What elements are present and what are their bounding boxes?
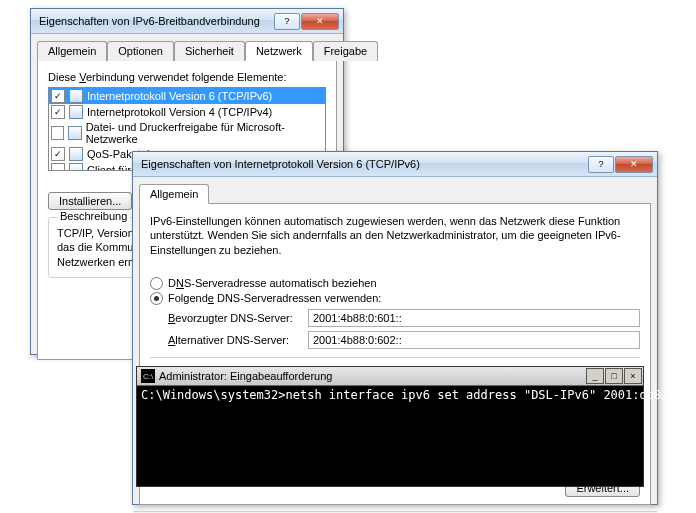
tabstrip: Allgemein Optionen Sicherheit Netzwerk F…: [31, 34, 343, 60]
minimize-button[interactable]: _: [586, 368, 604, 384]
tab-netzwerk[interactable]: Netzwerk: [245, 41, 313, 61]
cmd-body[interactable]: C:\Windows\system32>netsh interface ipv6…: [137, 386, 643, 486]
window-controls: ? ✕: [588, 156, 653, 173]
dns2-row: Alternativer DNS-Server: 2001:4b88:0:602…: [168, 331, 640, 349]
titlebar[interactable]: Eigenschaften von IPv6-Breitbandverbindu…: [31, 9, 343, 34]
checkbox[interactable]: [51, 126, 64, 140]
help-button[interactable]: ?: [588, 156, 614, 173]
service-icon: [68, 126, 81, 140]
client-icon: [69, 163, 83, 171]
radio-dns-manual[interactable]: [150, 292, 163, 305]
protocol-icon: [69, 105, 83, 119]
radio-dns-manual-row[interactable]: Folgende DNS-Serveradressen verwenden:: [150, 292, 640, 305]
help-button[interactable]: ?: [274, 13, 300, 30]
maximize-button[interactable]: □: [605, 368, 623, 384]
close-button[interactable]: ×: [624, 368, 642, 384]
radio-dns-auto-row[interactable]: DNS-Serveradresse automatisch beziehen: [150, 277, 640, 290]
connection-uses-label: Diese Verbindung verwendet folgende Elem…: [48, 71, 326, 83]
intro-text: IPv6-Einstellungen können automatisch zu…: [150, 214, 640, 257]
list-item-label: Internetprotokoll Version 6 (TCP/IPv6): [87, 90, 272, 102]
tab-optionen[interactable]: Optionen: [107, 41, 174, 61]
cmd-title-text: Administrator: Eingabeaufforderung: [159, 370, 332, 382]
window-controls: ? ✕: [274, 13, 339, 30]
checkbox[interactable]: ✓: [51, 147, 65, 161]
protocol-icon: [69, 89, 83, 103]
cmd-icon: C:\: [141, 369, 155, 383]
checkbox[interactable]: ✓: [51, 105, 65, 119]
tab-sicherheit[interactable]: Sicherheit: [174, 41, 245, 61]
list-item[interactable]: ✓ Internetprotokoll Version 4 (TCP/IPv4): [49, 104, 325, 120]
radio-dns-auto[interactable]: [150, 277, 163, 290]
tabstrip: Allgemein: [133, 177, 657, 203]
dns2-input[interactable]: 2001:4b88:0:602::: [308, 331, 640, 349]
dns1-row: Bevorzugter DNS-Server: 2001:4b88:0:601:…: [168, 309, 640, 327]
checkbox[interactable]: [51, 163, 65, 171]
radio-dns-auto-label: DNS-Serveradresse automatisch beziehen: [168, 277, 377, 289]
description-legend: Beschreibung: [57, 210, 130, 222]
cmd-titlebar[interactable]: C:\ Administrator: Eingabeaufforderung _…: [137, 367, 643, 386]
list-item[interactable]: ✓ Internetprotokoll Version 6 (TCP/IPv6): [49, 88, 325, 104]
tab-allgemein[interactable]: Allgemein: [139, 184, 209, 204]
dns2-label: Alternativer DNS-Server:: [168, 334, 308, 346]
close-button[interactable]: ✕: [301, 13, 339, 30]
dns1-label: Bevorzugter DNS-Server:: [168, 312, 308, 324]
tab-freigabe[interactable]: Freigabe: [313, 41, 378, 61]
dns1-input[interactable]: 2001:4b88:0:601::: [308, 309, 640, 327]
install-button[interactable]: Installieren...: [48, 192, 132, 210]
cmd-window: C:\ Administrator: Eingabeaufforderung _…: [136, 366, 644, 487]
close-button[interactable]: ✕: [615, 156, 653, 173]
checkbox[interactable]: ✓: [51, 89, 65, 103]
tab-allgemein[interactable]: Allgemein: [37, 41, 107, 61]
list-item[interactable]: Datei- und Druckerfreigabe für Microsoft…: [49, 120, 325, 146]
service-icon: [69, 147, 83, 161]
radio-dns-manual-label: Folgende DNS-Serveradressen verwenden:: [168, 292, 381, 304]
list-item-label: Internetprotokoll Version 4 (TCP/IPv4): [87, 106, 272, 118]
window-title: Eigenschaften von Internetprotokoll Vers…: [137, 158, 588, 170]
list-item-label: Datei- und Druckerfreigabe für Microsoft…: [86, 121, 323, 145]
titlebar[interactable]: Eigenschaften von Internetprotokoll Vers…: [133, 152, 657, 177]
window-title: Eigenschaften von IPv6-Breitbandverbindu…: [35, 15, 274, 27]
